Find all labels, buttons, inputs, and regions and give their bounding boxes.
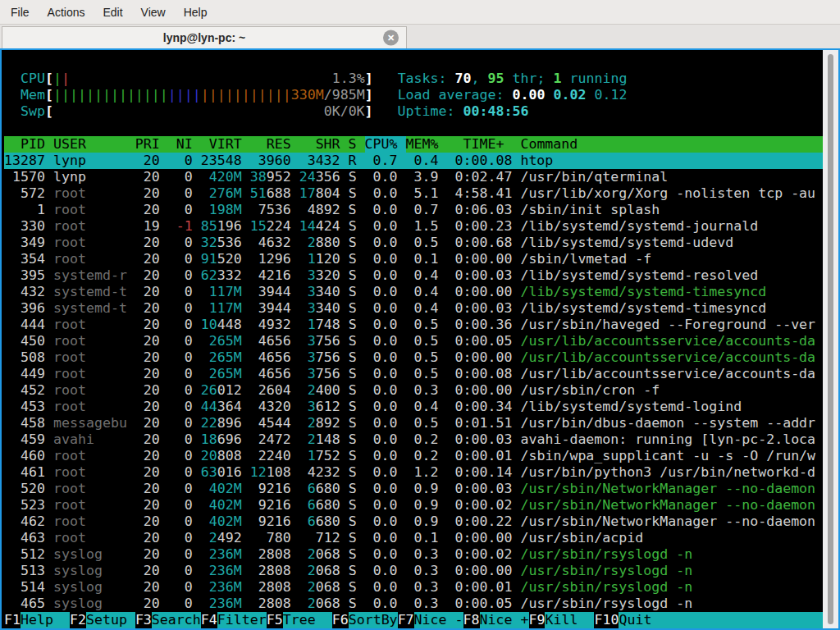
tab-close-button[interactable]: ✕ (383, 30, 399, 46)
process-row-444[interactable]: 444 root 20 0 10448 4932 1748 S 0.0 0.5 … (4, 317, 823, 333)
text-run: 2 (308, 596, 316, 612)
text-run: 148 (316, 431, 349, 448)
fkey-action[interactable]: Tree (283, 612, 332, 628)
menu-item-actions[interactable]: Actions (48, 6, 85, 19)
text-run: /usr/lib/accountsservice/accounts-da (520, 349, 815, 366)
text-run: 265M (201, 366, 242, 382)
process-row-453[interactable]: 453 root 20 0 44364 4320 3612 S 0.0 0.4 … (4, 399, 823, 415)
text-run: S 0.0 0.3 0:00.00 (349, 563, 521, 579)
text-run: 20 (201, 448, 217, 464)
process-row-452[interactable]: 452 root 20 0 26012 2604 2400 S 0.0 0.3 … (4, 382, 823, 399)
fkey-label[interactable]: F8 (463, 612, 480, 628)
fkey-action[interactable]: Nice + (480, 612, 529, 628)
fkey-action[interactable]: Nice - (414, 612, 463, 628)
text-run: 896 4544 (217, 415, 308, 431)
process-row-520[interactable]: 520 root 20 0 402M 9216 6680 S 0.0 0.9 0… (4, 481, 823, 497)
process-row-508[interactable]: 508 root 20 0 265M 4656 3756 S 0.0 0.5 0… (4, 349, 823, 366)
fkey-label[interactable]: F5 (267, 612, 283, 628)
fkey-action[interactable]: Search (152, 612, 201, 628)
menu-item-view[interactable]: View (141, 6, 166, 19)
process-row-514[interactable]: 514 syslog 20 0 236M 2808 2068 S 0.0 0.3… (4, 579, 823, 596)
process-row-460[interactable]: 460 root 20 0 20808 2240 1752 S 0.0 0.2 … (4, 448, 823, 464)
text-run: S 0.0 0.4 0:00.03 /lib/systemd/systemd-t… (349, 300, 767, 317)
text-run: 26 (201, 382, 217, 399)
terminal-tab[interactable]: lynp@lyn-pc: ~ ✕ (2, 26, 407, 48)
process-row-463[interactable]: 463 root 20 0 2492 780 712 S 0.0 0.1 0:0… (4, 530, 823, 546)
text-run: 808 2240 (217, 448, 308, 464)
fkey-label[interactable]: F7 (398, 612, 414, 628)
process-row-354[interactable]: 354 root 20 0 91520 1296 1120 S 0.0 0.1 … (4, 251, 823, 267)
menu-bar: File Actions Edit View Help (0, 0, 840, 25)
process-row-432[interactable]: 432 systemd-t 20 0 117M 3944 3340 S 0.0 … (4, 284, 823, 300)
process-row-395[interactable]: 395 systemd-r 20 0 62332 4216 3320 S 0.0… (4, 267, 823, 284)
text-run: 3 (308, 366, 316, 382)
text-run: 459 (4, 431, 53, 448)
fkey-action[interactable]: Filter (217, 612, 267, 628)
fkey-label[interactable]: F10 (594, 612, 619, 628)
process-row-461[interactable]: 461 root 20 0 63016 12108 4232 S 0.0 1.2… (4, 464, 823, 481)
process-row-1[interactable]: 1 root 20 0 198M 7536 4892 S 0.0 0.7 0:0… (4, 202, 823, 218)
process-table-header[interactable]: PID USER PRI NI VIRT RES SHR S CPU% MEM%… (4, 136, 823, 153)
text-run (53, 103, 324, 120)
fkey-label[interactable]: F9 (529, 612, 546, 628)
process-row-13287[interactable]: 13287 lynp 20 0 23548 3960 3432 R 0.7 0.… (4, 153, 823, 169)
process-row-459[interactable]: 459 avahi 20 0 18696 2472 2148 S 0.0 0.2… (4, 431, 823, 448)
fkey-action[interactable]: Setup (86, 612, 135, 628)
process-row-572[interactable]: 572 root 20 0 276M 51688 17804 S 0.0 5.1… (4, 185, 823, 202)
process-row-462[interactable]: 462 root 20 0 402M 9216 6680 S 0.0 0.9 0… (4, 514, 823, 530)
text-run: S 0.0 0.1 0:00.00 /sbin/lvmetad -f (349, 251, 652, 267)
text-run: 420M (201, 169, 242, 185)
fkey-label[interactable]: F2 (70, 612, 86, 628)
text-run: 9216 (242, 481, 308, 497)
text-run: 396 (4, 300, 53, 317)
text-run: 117M (201, 300, 242, 317)
process-row-396[interactable]: 396 systemd-t 20 0 117M 3944 3340 S 0.0 … (4, 300, 823, 317)
fkey-action[interactable]: Help (21, 612, 70, 628)
process-row-513[interactable]: 513 syslog 20 0 236M 2808 2068 S 0.0 0.3… (4, 563, 823, 579)
fkey-label[interactable]: F3 (135, 612, 152, 628)
text-run: 349 (4, 235, 53, 251)
menu-item-file[interactable]: File (11, 6, 30, 19)
fkey-label[interactable]: F6 (332, 612, 349, 628)
text-run (373, 103, 398, 120)
text-run: 20 0 (135, 431, 201, 448)
text-run: 20 0 (135, 185, 201, 202)
fkey-label[interactable]: F1 (4, 612, 21, 628)
text-run: 016 (217, 464, 250, 481)
fkey-label[interactable]: F4 (201, 612, 217, 628)
terminal-scrollbar[interactable] (823, 50, 838, 628)
function-key-bar[interactable]: F1Help F2Setup F3SearchF4FilterF5Tree F6… (4, 612, 823, 628)
fkey-action[interactable]: Kill (545, 612, 594, 628)
text-run: 1.3% (332, 71, 365, 87)
text-run: 196 (217, 218, 250, 235)
fkey-action[interactable]: Quit (619, 612, 823, 628)
process-row-330[interactable]: 330 root 19 -1 85196 15224 14424 S 0.0 1… (4, 218, 823, 235)
menu-item-help[interactable]: Help (184, 6, 208, 19)
text-run: 22 (201, 415, 217, 431)
text-run: 32 (201, 235, 217, 251)
process-row-349[interactable]: 349 root 20 0 32536 4632 2880 S 0.0 0.5 … (4, 235, 823, 251)
fkey-action[interactable]: SortBy (349, 612, 398, 628)
process-row-1570[interactable]: 1570 lynp 20 0 420M 38952 24356 S 0.0 3.… (4, 169, 823, 185)
process-row-523[interactable]: 523 root 20 0 402M 9216 6680 S 0.0 0.9 0… (4, 497, 823, 514)
menu-item-edit[interactable]: Edit (103, 6, 122, 19)
text-run: 748 (316, 317, 349, 333)
scrollbar-thumb[interactable] (828, 54, 833, 624)
process-row-512[interactable]: 512 syslog 20 0 236M 2808 2068 S 0.0 0.3… (4, 546, 823, 563)
text-run: 2 (308, 235, 316, 251)
text-run: messagebu (53, 415, 135, 431)
process-row-450[interactable]: 450 root 20 0 265M 4656 3756 S 0.0 0.5 0… (4, 333, 823, 349)
process-row-458[interactable]: 458 messagebu 20 0 22896 4544 2892 S 0.0… (4, 415, 823, 431)
text-run (4, 103, 21, 120)
text-run: 20 0 (135, 481, 201, 497)
process-row-465[interactable]: 465 syslog 20 0 236M 2808 2068 S 0.0 0.3… (4, 596, 823, 612)
text-run: 330M (291, 87, 324, 103)
sort-column-header[interactable]: CPU% (365, 136, 406, 153)
text-run: 224 (267, 218, 299, 235)
text-run: 14 (299, 218, 316, 235)
text-run: 952 (267, 169, 299, 185)
text-run: 20 0 (135, 267, 201, 284)
qterminal-window: File Actions Edit View Help lynp@lyn-pc:… (0, 0, 840, 630)
text-run: 108 4232 S 0.0 1.2 0:00.14 /usr/bin/pyth… (267, 464, 815, 481)
process-row-449[interactable]: 449 root 20 0 265M 4656 3756 S 0.0 0.5 0… (4, 366, 823, 382)
